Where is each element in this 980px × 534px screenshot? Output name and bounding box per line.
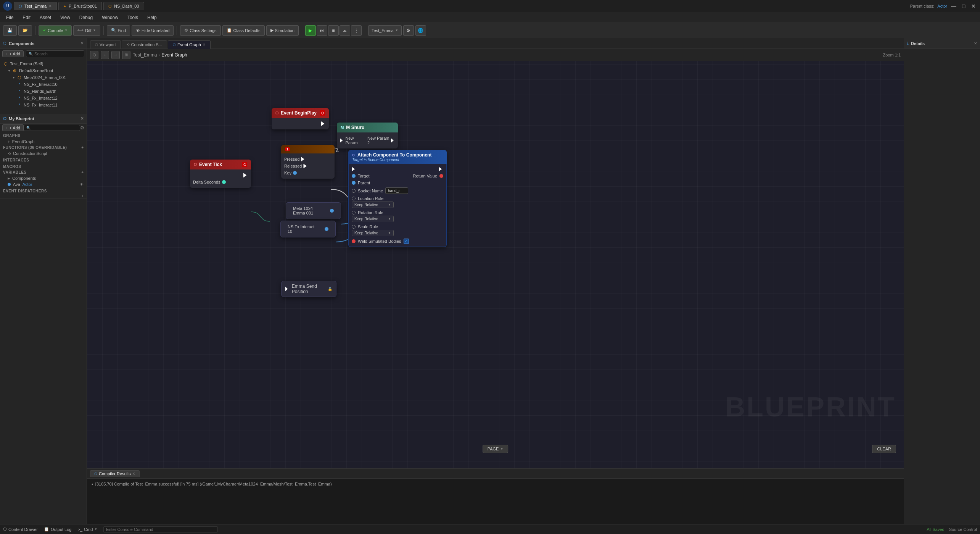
tab-viewport[interactable]: ⬡ Viewport <box>90 40 121 49</box>
compiler-tab-close[interactable]: ✕ <box>132 472 135 476</box>
nav-back-btn[interactable]: ← <box>101 51 109 59</box>
diff-btn[interactable]: ⟺ Diff ▼ <box>73 25 100 36</box>
breadcrumb-current: Event Graph <box>161 52 187 58</box>
add-event-dispatcher-btn[interactable]: + <box>0 194 87 198</box>
simulation-btn[interactable]: ▶ Simulation <box>266 25 299 36</box>
menu-tools[interactable]: Tools <box>126 15 140 20</box>
exec-in-pin <box>352 167 356 171</box>
tree-item-ns-interact12[interactable]: * NS_Fx_Interact12 <box>0 95 87 102</box>
pause-btn[interactable]: ⏶ <box>340 25 350 36</box>
node-event-beginplay[interactable]: ⬡ Event BeginPlay ⬡ <box>272 108 329 129</box>
details-close[interactable]: ✕ <box>974 41 977 45</box>
location-dropdown[interactable]: Keep Relative ▼ <box>352 202 394 208</box>
tab-close-btn[interactable]: ✕ <box>49 4 52 8</box>
blueprint-title: My Blueprint <box>9 116 34 121</box>
compile-label: Compile <box>48 28 63 33</box>
tree-item-meta1024[interactable]: ▼ ⬡ Meta1024_Emma_001 <box>0 74 87 81</box>
more-btn[interactable]: ⋮ <box>351 25 362 36</box>
tree-item-ns-hands-earth[interactable]: * NS_Hands_Earth <box>0 88 87 95</box>
settings-icon[interactable]: ⚙ <box>80 125 84 131</box>
save-btn[interactable]: 💾 <box>3 25 17 36</box>
blueprint-close[interactable]: ✕ <box>80 116 84 121</box>
weld-checkbox[interactable]: ✓ <box>404 239 409 244</box>
settings-btn[interactable]: ⚙ <box>403 25 414 36</box>
expand-icon: ▶ <box>8 177 10 180</box>
pin-new-param: New Param New Param 2 <box>337 135 398 146</box>
tree-item-ns-interact11[interactable]: * NS_Fx_Interact11 <box>0 102 87 108</box>
dropdown-arrow: ▼ <box>388 217 391 221</box>
node-attach[interactable]: ⟳ Attach Component To Component Target i… <box>348 150 447 247</box>
add-function-btn[interactable]: + <box>81 145 84 150</box>
maximize-btn[interactable]: □ <box>960 3 967 10</box>
socket-input[interactable] <box>385 187 408 194</box>
scale-dropdown[interactable]: Keep Relative ▼ <box>352 230 394 236</box>
find-label: Find <box>118 28 126 33</box>
eye-icon[interactable]: 👁 <box>80 182 84 187</box>
construction-script-item[interactable]: ⟲ ConstructionScript <box>0 150 87 156</box>
node-emma-send[interactable]: Emma Send Position 🔒 <box>281 281 336 297</box>
nav-forward-btn[interactable]: → <box>111 51 120 59</box>
tree-item-self[interactable]: ⬡ Test_Emma (Self) <box>0 60 87 67</box>
find-btn[interactable]: 🔍 Find <box>107 25 130 36</box>
clear-btn[interactable]: CLEAR <box>872 445 896 453</box>
cmd-btn[interactable]: >_ Cmd ▼ <box>77 527 97 532</box>
node-ns-fx[interactable]: NS Fx Interact 10 <box>280 221 336 237</box>
page-btn[interactable]: PAGE ▼ <box>483 445 509 453</box>
compile-btn[interactable]: ✓ Compile ▼ <box>39 25 72 36</box>
browse-btn[interactable]: 📂 <box>18 25 32 36</box>
compiler-results-tab[interactable]: ⬡ Compiler Results ✕ <box>90 470 140 477</box>
canvas-area[interactable]: ⬡ ← → ⊞ Test_Emma › Event Graph Zoom 1:1 <box>87 49 904 468</box>
add-variable-btn[interactable]: + <box>81 170 84 174</box>
stop-btn[interactable]: ■ <box>328 25 339 36</box>
node-input-key[interactable]: 1 Pressed Released Key <box>281 145 335 179</box>
class-defaults-btn[interactable]: 📋 Class Defaults <box>222 25 265 36</box>
tab-brustop01[interactable]: ✦ P_BrustStop01 <box>58 2 102 10</box>
menu-help[interactable]: Help <box>146 15 158 20</box>
var-ava[interactable]: Ava Actor 👁 <box>0 181 87 187</box>
components-search[interactable]: 🔍 Search <box>26 50 84 57</box>
class-settings-btn[interactable]: ⚙ Class Settings <box>180 25 220 36</box>
close-btn[interactable]: ✕ <box>970 3 977 10</box>
find-icon: 🔍 <box>111 28 116 33</box>
tab-test-emma[interactable]: ⬡ Test_Emma ✕ <box>14 2 57 10</box>
menu-view[interactable]: View <box>59 15 72 20</box>
minimize-btn[interactable]: — <box>950 3 957 10</box>
blueprint-add-btn[interactable]: + + Add <box>2 124 24 131</box>
tab-ns-dash[interactable]: ⬡ NS_Dash_00 <box>103 2 144 10</box>
blueprint-add-row: + + Add 🔍 ⚙ <box>0 124 87 132</box>
eventgraph-item[interactable]: + EventGraph <box>0 139 87 145</box>
nav-mode-btn[interactable]: ⬡ <box>90 51 98 59</box>
node-event-tick[interactable]: ⬡ Event Tick ⬡ Delta Seconds <box>190 160 251 188</box>
interfaces-label: INTERFACES <box>0 156 87 163</box>
components-close[interactable]: ✕ <box>80 41 84 45</box>
blueprint-search[interactable]: 🔍 <box>24 125 80 131</box>
tab-construction[interactable]: ⟲ Construction S... <box>122 40 167 49</box>
components-add-row: + + Add 🔍 Search <box>0 49 87 59</box>
self-icon: ⬡ <box>3 61 8 66</box>
menu-window[interactable]: Window <box>100 15 120 20</box>
node-meta1024[interactable]: Meta 1024 Emma 001 <box>286 202 341 219</box>
globe-btn[interactable]: 🌐 <box>415 25 426 36</box>
exec-out-pin <box>439 167 443 171</box>
tree-item-defaultsceneroot[interactable]: ▼ ⊕ DefaultSceneRoot <box>0 67 87 74</box>
menu-edit[interactable]: Edit <box>21 15 32 20</box>
output-log-btn[interactable]: 📋 Output Log <box>44 527 71 532</box>
menu-asset[interactable]: Asset <box>38 15 53 20</box>
test-emma-dropdown[interactable]: Test_Emma ▼ <box>368 25 402 36</box>
step-btn[interactable]: ⏭ <box>317 25 327 36</box>
components-add-btn[interactable]: + + Add <box>2 50 24 57</box>
menu-debug[interactable]: Debug <box>78 15 94 20</box>
tab-event-graph[interactable]: ⬡ Event Graph ✕ <box>168 40 211 49</box>
play-btn[interactable]: ▶ <box>305 25 316 36</box>
tree-item-ns-interact10[interactable]: * NS_Fx_Interact10 <box>0 81 87 88</box>
nav-home-btn[interactable]: ⊞ <box>122 51 130 59</box>
rotation-dropdown[interactable]: Keep Relative ▼ <box>352 216 394 222</box>
tab-close-icon[interactable]: ✕ <box>203 43 206 47</box>
console-input[interactable] <box>103 526 218 532</box>
menu-file[interactable]: File <box>5 15 15 20</box>
node-shuru[interactable]: M M Shuru New Param New Param 2 <box>337 123 398 148</box>
components-section: ⬡ Components ✕ + + Add 🔍 Search ⬡ Test_E… <box>0 38 87 110</box>
hide-unrelated-btn[interactable]: 👁 Hide Unrelated <box>132 25 174 36</box>
content-drawer-btn[interactable]: ⬡ Content Drawer <box>3 527 38 532</box>
var-components[interactable]: ▶ Components <box>0 175 87 181</box>
